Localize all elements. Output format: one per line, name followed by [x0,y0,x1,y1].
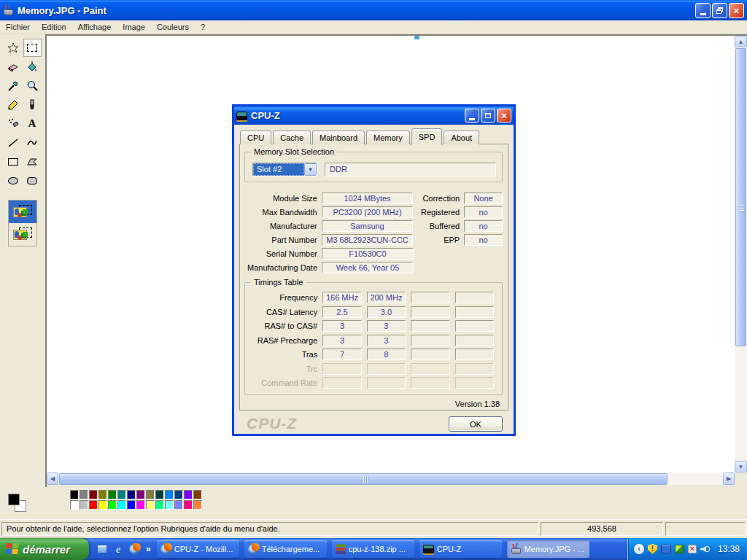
color-swatch[interactable] [117,490,126,499]
scroll-down-button[interactable]: ▼ [735,461,747,472]
epp-value: no [464,234,503,246]
tool-polygon[interactable] [23,152,42,171]
info-row: Serial Number F10530C0 [244,248,503,260]
color-swatch[interactable] [127,500,136,510]
manufacturing-date-value: Week 66, Year 05 [322,262,414,273]
color-swatch[interactable] [80,500,88,510]
restore-button[interactable] [712,3,727,18]
tool-ellipse[interactable] [4,171,23,190]
tool-pick-color[interactable] [4,77,23,95]
menu-aide[interactable]: ? [195,21,211,33]
color-swatch[interactable] [184,490,193,499]
info-row: Manufacturing Date Week 66, Year 05 [244,262,503,273]
taskbar-button-firefox-cpuz[interactable]: CPU-Z - Mozill... [157,540,239,558]
opaque-selection-icon [13,205,32,219]
tool-airbrush[interactable] [4,114,23,133]
timing-row: Trc [251,363,499,375]
color-swatch[interactable] [117,500,126,510]
tool-magnifier[interactable] [23,77,42,95]
tray-hide-icon[interactable]: ‹ [634,544,644,554]
manufacturer-value: Samsung [322,220,414,232]
taskbar-button-paint[interactable]: Memory.JPG - ... [507,540,589,558]
color-swatch[interactable] [127,490,136,499]
info-row: Max Bandwidth PC3200 (200 MHz) Registere… [244,206,503,218]
color-swatch[interactable] [136,500,145,510]
line-icon [7,137,19,149]
menu-image[interactable]: Image [117,21,151,33]
color-swatch[interactable] [184,500,193,510]
paint-menubar: Fichier Edition Affichage Image Couleurs… [0,20,747,34]
volume-icon[interactable] [700,545,710,553]
menu-fichier[interactable]: Fichier [0,21,36,33]
horizontal-scrollbar[interactable]: ◀ ▶ [47,472,735,485]
color-swatch[interactable] [174,490,183,499]
tool-pencil[interactable] [4,96,23,114]
taskbar-button-cpuz[interactable]: CPU-Z [419,540,502,558]
ie-icon[interactable]: e [112,543,124,555]
color-swatch[interactable] [193,500,202,510]
menu-couleurs[interactable]: Couleurs [151,21,195,33]
color-swatch[interactable] [70,490,79,499]
color-swatch[interactable] [98,500,107,510]
color-swatch[interactable] [89,490,98,499]
minimize-icon [469,118,475,120]
color-swatch[interactable] [146,490,155,499]
tool-fill-with-color[interactable] [23,58,42,76]
color-swatch[interactable] [108,500,117,510]
vertical-scroll-thumb[interactable] [735,48,746,346]
show-desktop-icon[interactable] [96,543,108,555]
tool-free-form-select[interactable] [4,39,23,57]
close-icon: × [501,110,507,121]
current-colors[interactable] [4,490,32,516]
menu-edition[interactable]: Edition [36,21,72,33]
registered-value: no [464,206,503,218]
color-swatch[interactable] [193,490,202,499]
option-opaque-selection[interactable] [9,201,36,223]
color-swatch[interactable] [155,500,164,510]
color-swatch[interactable] [165,500,174,510]
status-help-text: Pour obtenir de l'aide, sélectionnez l'o… [1,522,538,536]
cpuz-logo: CPU-Z [247,415,297,432]
option-transparent-selection[interactable] [9,223,36,246]
color-swatch[interactable] [155,490,164,499]
color-swatch[interactable] [174,500,183,510]
color-swatch[interactable] [70,500,79,510]
security-shield-icon[interactable]: ! [648,544,657,554]
overflow-chevron-icon[interactable]: » [146,544,151,554]
alert-icon[interactable]: ✕ [688,545,697,553]
tool-eraser[interactable] [4,58,23,76]
firefox-icon [248,544,259,555]
close-button[interactable]: × [729,3,744,18]
scroll-right-button[interactable]: ▶ [723,472,735,485]
tool-rectangle[interactable] [4,152,23,171]
firefox-icon[interactable] [128,543,140,555]
tool-text[interactable]: A [23,114,42,133]
menu-affichage[interactable]: Affichage [72,21,117,33]
taskbar-button-winrar[interactable]: cpu-z-138.zip ... [332,540,414,558]
scroll-left-button[interactable]: ◀ [47,472,58,485]
tool-rounded-rectangle[interactable] [23,171,42,190]
start-button[interactable]: démarrer [0,538,89,560]
color-swatch[interactable] [136,490,145,499]
activity-icon[interactable] [675,545,684,553]
color-swatch[interactable] [89,500,98,510]
color-swatch[interactable] [80,490,88,499]
tool-select[interactable] [23,39,42,57]
paint-canvas[interactable]: CPU-Z × CPU Cache Mainboard Memory SPD [47,36,735,472]
color-swatch[interactable] [98,490,107,499]
color-swatch[interactable] [108,490,117,499]
scroll-up-button[interactable]: ▲ [735,36,747,47]
horizontal-scroll-thumb[interactable] [59,473,667,485]
tool-brush[interactable] [23,96,42,114]
color-swatch[interactable] [165,490,174,499]
tool-line[interactable] [4,133,23,152]
tab-mainboard: Mainboard [312,131,365,144]
taskbar-button-downloads[interactable]: Téléchargeme... [244,540,327,558]
taskbar: démarrer e » CPU-Z - Mozill... Télécharg… [0,538,747,560]
network-icon[interactable] [661,545,671,553]
palette-swatches [70,490,203,510]
minimize-button[interactable] [695,3,711,18]
vertical-scrollbar[interactable]: ▲ ▼ [735,36,747,472]
color-swatch[interactable] [146,500,155,510]
tool-curve[interactable] [23,133,42,152]
